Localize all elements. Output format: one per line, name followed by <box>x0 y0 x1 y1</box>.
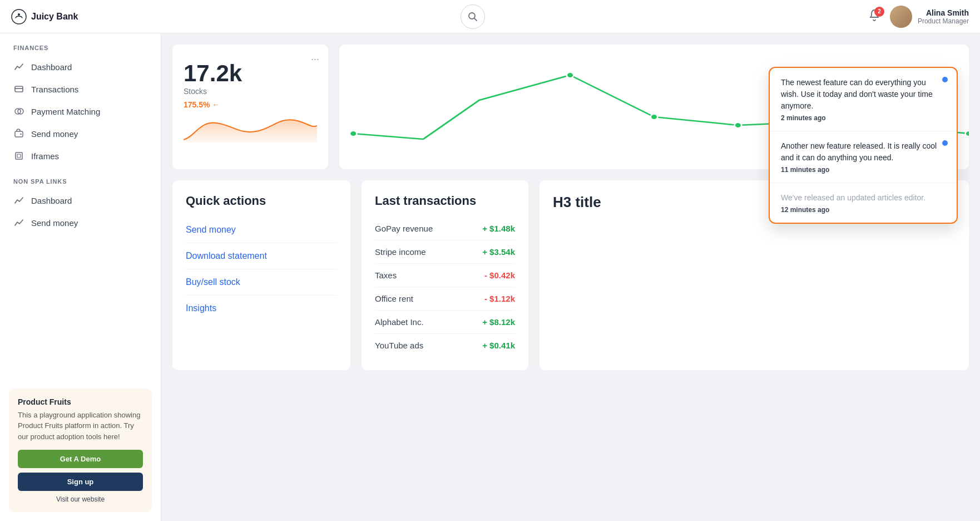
pf-description: This a playground application showing Pr… <box>18 410 143 443</box>
svg-point-0 <box>12 9 26 24</box>
stock-value: 17.2k <box>184 60 317 87</box>
sidebar-item-transactions[interactable]: Transactions <box>0 78 161 100</box>
svg-point-1 <box>18 13 20 16</box>
user-role: Product Manager <box>918 17 969 25</box>
visit-website-link[interactable]: Visit our website <box>18 495 143 503</box>
user-name: Alina Smith <box>918 8 969 17</box>
table-row: YouTube ads + $0.41k <box>375 334 515 357</box>
tx-name: Taxes <box>375 271 397 280</box>
notification-time: 2 minutes ago <box>781 114 946 122</box>
sidebar-item-dashboard2[interactable]: Dashboard <box>0 189 161 212</box>
sign-up-button[interactable]: Sign up <box>18 473 143 491</box>
transactions-card: Last transactions GoPay revenue + $1.48k… <box>362 180 528 370</box>
trend-icon <box>13 61 24 72</box>
svg-point-16 <box>966 131 969 136</box>
user-profile[interactable]: Alina Smith Product Manager <box>890 6 969 28</box>
product-fruits-box: Product Fruits This a playground applica… <box>9 389 152 513</box>
sidebar-item-label: Dashboard <box>31 62 72 72</box>
logo-icon <box>11 9 27 24</box>
tx-name: Alphabet Inc. <box>375 317 424 327</box>
layout: FINANCES Dashboard Transactions Payment … <box>0 33 980 521</box>
tx-amount: + $3.54k <box>482 247 515 257</box>
header-right: 2 Alina Smith Product Manager <box>868 6 969 28</box>
svg-point-13 <box>651 114 658 120</box>
card-icon <box>13 83 24 95</box>
sparkline-chart <box>184 109 317 142</box>
sidebar-section-non-spa: NON SPA LINKS <box>0 167 161 189</box>
tx-amount: - $0.42k <box>484 271 515 280</box>
stock-label: Stocks <box>184 87 317 96</box>
svg-rect-8 <box>20 134 22 135</box>
notification-button[interactable]: 2 <box>868 9 881 24</box>
stock-change: 175.5% ← <box>184 100 317 109</box>
notification-text: We've released an updated articles edito… <box>781 192 946 204</box>
header: Juicy Bank 2 Alina Smith Product Manager <box>0 0 980 33</box>
table-row: Stripe income + $3.54k <box>375 240 515 264</box>
sidebar-item-label: Iframes <box>31 151 59 161</box>
unread-indicator <box>942 140 948 146</box>
sidebar-item-label: Send money <box>31 218 78 228</box>
sidebar-item-payment-matching[interactable]: Payment Matching <box>0 100 161 122</box>
logo: Juicy Bank <box>11 9 78 24</box>
search-area <box>461 4 485 29</box>
svg-rect-3 <box>15 86 23 92</box>
sidebar-item-send-money2[interactable]: Send money <box>0 212 161 234</box>
svg-rect-9 <box>16 153 22 159</box>
notification-item-0: The newest feature can do everything you… <box>770 68 957 131</box>
sidebar-section-finances: FINANCES <box>0 33 161 56</box>
notification-text: The newest feature can do everything you… <box>781 77 946 112</box>
svg-point-14 <box>735 122 742 128</box>
sidebar-item-label: Send money <box>31 129 78 139</box>
notification-popup: The newest feature can do everything you… <box>769 67 958 224</box>
notification-time: 11 minutes ago <box>781 166 946 174</box>
notification-time: 12 minutes ago <box>781 206 946 214</box>
tx-name: Office rent <box>375 294 413 303</box>
tx-name: GoPay revenue <box>375 224 433 233</box>
notification-item-2: We've released an updated articles edito… <box>770 183 957 223</box>
pf-title: Product Fruits <box>18 397 143 406</box>
tx-amount: + $0.41k <box>482 341 515 350</box>
action-insights[interactable]: Insights <box>186 296 337 321</box>
notification-text: Another new feature released. It is real… <box>781 140 946 164</box>
frame-icon <box>13 150 24 161</box>
svg-point-11 <box>350 131 357 136</box>
tx-name: YouTube ads <box>375 341 423 350</box>
search-icon <box>467 11 478 22</box>
svg-point-2 <box>469 13 475 19</box>
avatar <box>890 6 912 28</box>
sidebar-item-label: Dashboard <box>31 196 72 205</box>
main-content: The newest feature can do everything you… <box>161 33 980 521</box>
tx-amount: + $8.12k <box>482 317 515 327</box>
table-row: Alphabet Inc. + $8.12k <box>375 311 515 334</box>
sidebar: FINANCES Dashboard Transactions Payment … <box>0 33 161 521</box>
transactions-title: Last transactions <box>375 194 515 208</box>
quick-actions-title: Quick actions <box>186 194 337 208</box>
sidebar-item-label: Payment Matching <box>31 107 100 116</box>
sidebar-item-label: Transactions <box>31 85 78 94</box>
sidebar-item-send-money[interactable]: Send money <box>0 122 161 145</box>
avatar-image <box>890 6 912 28</box>
table-row: GoPay revenue + $1.48k <box>375 217 515 240</box>
trend3-icon <box>13 217 24 228</box>
sidebar-item-dashboard[interactable]: Dashboard <box>0 56 161 78</box>
wallet-icon <box>13 128 24 139</box>
table-row: Taxes - $0.42k <box>375 264 515 287</box>
action-download-statement[interactable]: Download statement <box>186 243 337 269</box>
search-button[interactable] <box>461 4 485 29</box>
stock-card-menu[interactable]: ··· <box>311 53 319 65</box>
svg-point-12 <box>567 72 574 78</box>
table-row: Office rent - $1.12k <box>375 287 515 311</box>
action-buy-sell-stock[interactable]: Buy/sell stock <box>186 269 337 296</box>
tx-name: Stripe income <box>375 247 426 257</box>
tx-amount: - $1.12k <box>484 294 515 303</box>
sidebar-item-iframes[interactable]: Iframes <box>0 145 161 167</box>
coins-icon <box>13 106 24 117</box>
user-text: Alina Smith Product Manager <box>918 8 969 25</box>
notification-badge: 2 <box>874 7 884 17</box>
svg-rect-10 <box>17 154 21 158</box>
trend2-icon <box>13 195 24 206</box>
get-a-demo-button[interactable]: Get A Demo <box>18 450 143 468</box>
action-send-money[interactable]: Send money <box>186 217 337 243</box>
tx-amount: + $1.48k <box>482 224 515 233</box>
logo-text: Juicy Bank <box>31 12 78 22</box>
